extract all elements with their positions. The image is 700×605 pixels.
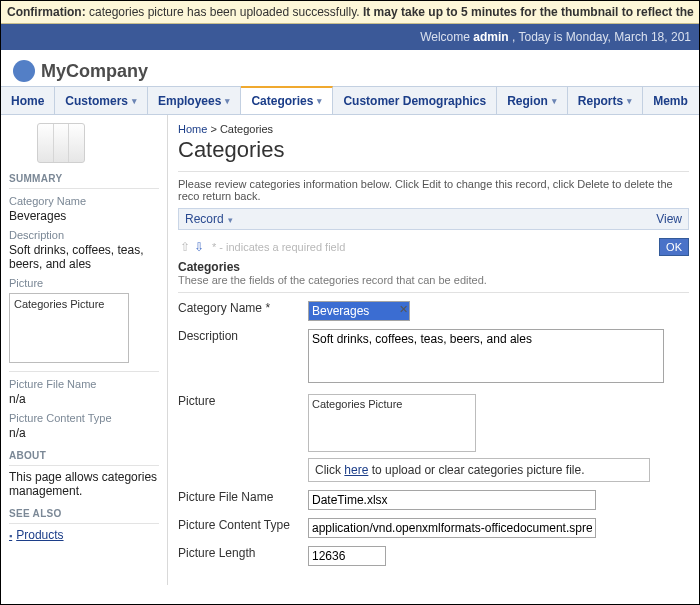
page-title: Categories [178, 137, 689, 163]
upload-link[interactable]: here [344, 463, 368, 477]
summary-pfn-value: n/a [9, 392, 159, 406]
chevron-down-icon: ▾ [132, 96, 137, 106]
summary-description-label: Description [9, 229, 159, 241]
intro-text: Please review categories information bel… [178, 171, 689, 202]
chevron-down-icon: ▾ [228, 215, 233, 225]
upload-note: Click here to upload or clear categories… [308, 458, 650, 482]
record-toolbar: Record▾ View [178, 208, 689, 230]
field-label-pfn: Picture File Name [178, 490, 308, 510]
confirmation-msg: categories picture has been uploaded suc… [89, 5, 360, 19]
next-record-icon[interactable]: ⇩ [192, 240, 206, 254]
sidebar-about-header: ABOUT [9, 450, 159, 466]
prev-record-icon[interactable]: ⇧ [178, 240, 192, 254]
nav-home[interactable]: Home [1, 87, 55, 114]
nav-reports[interactable]: Reports▾ [568, 87, 643, 114]
summary-picture-label: Picture [9, 277, 159, 289]
field-label-plen: Picture Length [178, 546, 308, 566]
nav-region[interactable]: Region▾ [497, 87, 568, 114]
field-label-description: Description [178, 329, 308, 386]
confirmation-tail: It may take up to 5 minutes for the thum… [363, 5, 694, 19]
picture-length-input[interactable] [308, 546, 386, 566]
confirmation-prefix: Confirmation: [7, 5, 86, 19]
record-menu[interactable]: Record▾ [185, 212, 233, 226]
summary-pfn-label: Picture File Name [9, 378, 159, 390]
sidebar-seealso-header: SEE ALSO [9, 508, 159, 524]
company-logo-icon [13, 60, 35, 82]
picture-preview-box: Categories Picture [308, 394, 476, 452]
summary-category-name-label: Category Name [9, 195, 159, 207]
top-bar: Welcome admin , Today is Monday, March 1… [1, 24, 699, 50]
ok-button[interactable]: OK [659, 238, 689, 256]
logo-row: MyCompany [1, 50, 699, 86]
crumb-current: Categories [220, 123, 273, 135]
breadcrumb: Home > Categories [178, 123, 689, 135]
crumb-home[interactable]: Home [178, 123, 207, 135]
seealso-products-link[interactable]: Products [9, 528, 159, 542]
nav-customers[interactable]: Customers▾ [55, 87, 148, 114]
category-name-input[interactable] [308, 301, 410, 321]
main-nav: Home Customers▾ Employees▾ Categories▾ C… [1, 86, 699, 115]
picture-content-type-input[interactable] [308, 518, 596, 538]
sidebar-summary-header: SUMMARY [9, 173, 159, 189]
field-label-pct: Picture Content Type [178, 518, 308, 538]
field-label-category-name: Category Name * [178, 301, 308, 321]
summary-category-name-value: Beverages [9, 209, 159, 223]
field-label-picture: Picture [178, 394, 308, 482]
welcome-label: Welcome [420, 30, 470, 44]
nav-members[interactable]: Memb [643, 87, 698, 114]
clear-input-icon[interactable]: ✕ [399, 303, 408, 316]
crumb-sep: > [210, 123, 216, 135]
main-content: Home > Categories Categories Please revi… [168, 115, 699, 585]
summary-picture-box: Categories Picture [9, 293, 129, 363]
today-date: , Today is Monday, March 18, 201 [512, 30, 691, 44]
nav-customer-demographics[interactable]: Customer Demographics [333, 87, 497, 114]
summary-pct-label: Picture Content Type [9, 412, 159, 424]
confirmation-bar: Confirmation: categories picture has bee… [1, 1, 699, 24]
required-note: * - indicates a required field [212, 241, 345, 253]
sidebar: SUMMARY Category Name Beverages Descript… [1, 115, 168, 585]
description-textarea[interactable] [308, 329, 664, 383]
view-menu[interactable]: View [656, 212, 682, 226]
sidebar-about-text: This page allows categories management. [9, 470, 159, 498]
current-user: admin [473, 30, 508, 44]
summary-description-value: Soft drinks, coffees, teas, beers, and a… [9, 243, 159, 271]
form-group-title: Categories [178, 260, 689, 274]
chevron-down-icon: ▾ [225, 96, 230, 106]
chevron-down-icon: ▾ [627, 96, 632, 106]
categories-big-icon [37, 123, 85, 163]
company-name: MyCompany [41, 61, 148, 82]
form-group-sub: These are the fields of the categories r… [178, 274, 689, 293]
nav-employees[interactable]: Employees▾ [148, 87, 241, 114]
chevron-down-icon: ▾ [317, 96, 322, 106]
chevron-down-icon: ▾ [552, 96, 557, 106]
picture-file-name-input[interactable] [308, 490, 596, 510]
nav-categories[interactable]: Categories▾ [241, 86, 333, 114]
summary-pct-value: n/a [9, 426, 159, 440]
